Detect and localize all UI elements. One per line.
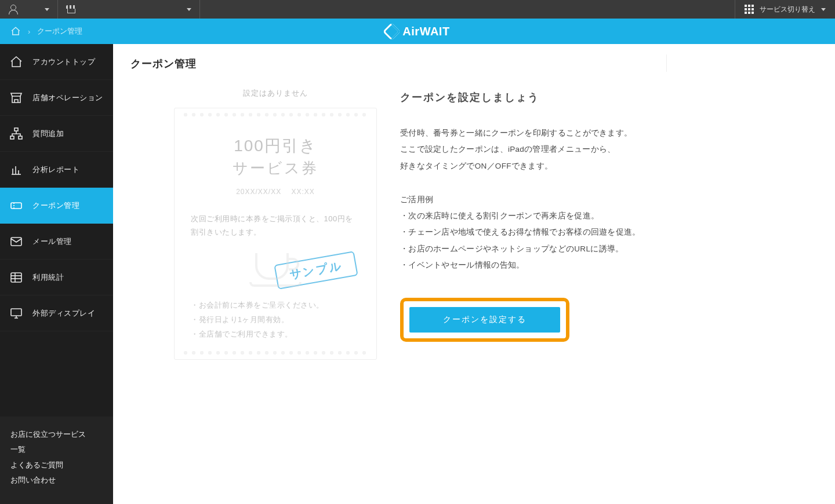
- bar-chart-icon: [9, 163, 23, 177]
- brand-bar: › クーポン管理 AirWAIT: [0, 19, 835, 44]
- storefront-icon: [9, 91, 23, 105]
- table-icon: [9, 271, 23, 284]
- use-item: ・次の来店時に使える割引クーポンで再来店を促進。: [400, 209, 649, 223]
- svg-rect-1: [10, 136, 14, 139]
- coupon-empty-caption: 設定はありません: [174, 88, 377, 98]
- sidebar-item-label: 利用統計: [32, 272, 64, 283]
- sidebar-item-analytics-report[interactable]: 分析レポート: [0, 152, 113, 188]
- coupon-date: 20XX/XX/XX: [236, 188, 281, 196]
- breadcrumb: › クーポン管理: [10, 26, 82, 36]
- footer-link-contact[interactable]: お問い合わせ: [10, 473, 56, 488]
- footer-link-faq[interactable]: よくあるご質問: [10, 458, 63, 473]
- perforation-top: [181, 112, 369, 118]
- brand-logo: AirWAIT: [385, 25, 449, 38]
- coupon-date-line: 20XX/XX/XX XX:XX: [191, 188, 360, 196]
- sidebar-item-label: 質問追加: [32, 129, 64, 139]
- explain-line: 受付時、番号券と一緒にクーポンを印刷することができます。: [400, 126, 649, 140]
- sidebar: アカウントトップ 店舗オペレーション 質問追加 分析レポート クーポン管理 メー…: [0, 44, 113, 504]
- sidebar-item-add-question[interactable]: 質問追加: [0, 116, 113, 152]
- cta-highlight-frame: クーポンを設定する: [400, 298, 569, 342]
- svg-rect-3: [11, 203, 21, 209]
- set-coupon-button[interactable]: クーポンを設定する: [409, 307, 560, 333]
- brand-mark-icon: [383, 22, 401, 40]
- monitor-icon: [9, 306, 23, 320]
- topbar-store-menu[interactable]: [58, 0, 200, 19]
- chevron-down-icon: [45, 8, 49, 11]
- coupon-sample-column: 設定はありません 100円引き サービス券 20XX/XX/XX XX:XX 次…: [174, 88, 377, 360]
- coupon-note: ・発行日より1ヶ月間有効。: [191, 313, 360, 327]
- coupon-time: XX:XX: [292, 188, 315, 196]
- chevron-down-icon: [187, 8, 191, 11]
- sitemap-icon: [9, 127, 23, 141]
- main-content: クーポン管理 設定はありません 100円引き サービス券 20XX/XX/XX …: [113, 44, 835, 504]
- coupon-explain-column: クーポンを設定しましょう 受付時、番号券と一緒にクーポンを印刷することができます…: [400, 88, 649, 342]
- sidebar-item-label: 分析レポート: [32, 165, 79, 175]
- sidebar-item-label: メール管理: [32, 236, 72, 247]
- uses-heading: ご活用例: [400, 193, 649, 207]
- svg-rect-6: [11, 309, 21, 316]
- breadcrumb-sep: ›: [28, 27, 30, 36]
- coupon-sample: 100円引き サービス券 20XX/XX/XX XX:XX 次回ご利用時に本券を…: [174, 108, 377, 360]
- svg-rect-0: [14, 128, 18, 131]
- sidebar-item-label: 外部ディスプレイ: [32, 308, 95, 319]
- explain-line: ここで設定したクーポンは、iPadの管理者メニューから、: [400, 143, 649, 156]
- explain-heading: クーポンを設定しましょう: [400, 90, 649, 104]
- sidebar-item-label: アカウントトップ: [32, 57, 95, 67]
- coupon-notes: ・お会計前に本券をご呈示ください。 ・発行日より1ヶ月間有効。 ・全店舗でご利用…: [191, 298, 360, 342]
- coupon-headline-1: 100円引き: [191, 135, 360, 157]
- sidebar-item-label: クーポン管理: [32, 200, 79, 211]
- svg-rect-4: [11, 238, 21, 246]
- breadcrumb-home[interactable]: [10, 26, 21, 36]
- sidebar-item-account-top[interactable]: アカウントトップ: [0, 44, 113, 80]
- service-switch-label: サービス切り替え: [760, 5, 815, 14]
- breadcrumb-current: クーポン管理: [37, 26, 82, 36]
- topbar: サービス切り替え: [0, 0, 835, 19]
- use-item: ・イベントやセール情報の告知。: [400, 258, 649, 272]
- user-icon: [8, 5, 17, 14]
- coupon-headline-2: サービス券: [191, 158, 360, 178]
- svg-rect-2: [19, 136, 22, 139]
- brand-name: AirWAIT: [402, 25, 449, 38]
- sidebar-item-usage-stats[interactable]: 利用統計: [0, 260, 113, 295]
- sidebar-item-external-display[interactable]: 外部ディスプレイ: [0, 295, 113, 331]
- sidebar-item-mail-management[interactable]: メール管理: [0, 224, 113, 260]
- perforation-bottom: [181, 350, 369, 356]
- use-item: ・お店のホームページやネットショップなどのURLに誘導。: [400, 242, 649, 256]
- topbar-spacer: [200, 0, 735, 19]
- chevron-down-icon: [821, 8, 826, 11]
- sidebar-footer: お店に役立つサービス一覧 よくあるご質問 お問い合わせ: [0, 417, 113, 504]
- service-switch-menu[interactable]: サービス切り替え: [735, 0, 835, 19]
- apps-grid-icon: [745, 5, 754, 14]
- coupon-note: ・全店舗でご利用できます。: [191, 327, 360, 342]
- footer-link-services[interactable]: お店に役立つサービス一覧: [10, 427, 92, 458]
- topbar-user-menu[interactable]: [0, 0, 58, 19]
- ticket-icon: [9, 199, 23, 213]
- svg-rect-5: [11, 273, 21, 282]
- page-title: クーポン管理: [113, 44, 835, 82]
- home-icon: [9, 55, 23, 69]
- coupon-description: 次回ご利用時に本券をご掲示頂くと、100円を割引きいたします。: [191, 212, 360, 239]
- sidebar-item-label: 店舗オペレーション: [32, 93, 103, 103]
- use-item: ・チェーン店や地域で使えるお得な情報でお客様の回遊を促進。: [400, 225, 649, 239]
- store-icon: [66, 5, 77, 13]
- mail-icon: [9, 235, 23, 249]
- sidebar-item-coupon-management[interactable]: クーポン管理: [0, 188, 113, 224]
- explain-line: 好きなタイミングでON／OFFできます。: [400, 159, 649, 173]
- coupon-note: ・お会計前に本券をご呈示ください。: [191, 298, 360, 313]
- cup-illustration-icon: [249, 249, 302, 288]
- sidebar-item-store-operation[interactable]: 店舗オペレーション: [0, 80, 113, 116]
